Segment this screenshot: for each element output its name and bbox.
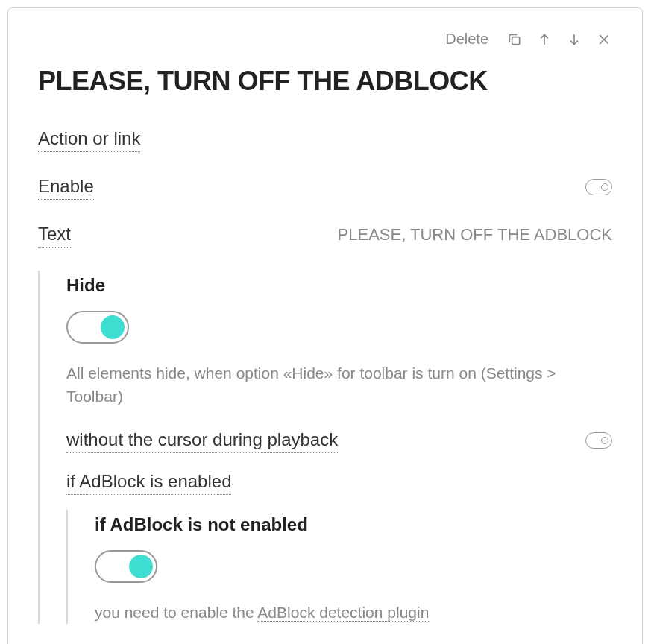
hide-section: Hide All elements hide, when option «Hid… <box>38 271 612 625</box>
enable-row: Enable <box>38 174 612 200</box>
arrow-up-icon[interactable] <box>536 31 553 48</box>
text-label[interactable]: Text <box>38 222 71 247</box>
if-adblock-label[interactable]: if AdBlock is enabled <box>66 470 231 495</box>
action-link-label[interactable]: Action or link <box>38 127 140 152</box>
adblock-plugin-link[interactable]: AdBlock detection plugin <box>257 604 429 622</box>
adblock-not-section: if AdBlock is not enabled you need to en… <box>66 510 612 625</box>
adblock-not-toggle[interactable] <box>95 550 157 583</box>
svg-rect-0 <box>512 37 520 44</box>
if-adblock-row: if AdBlock is enabled <box>66 470 612 495</box>
hide-heading: Hide <box>66 275 612 296</box>
adblock-not-description: you need to enable the AdBlock detection… <box>95 601 612 625</box>
without-cursor-label[interactable]: without the cursor during playback <box>66 428 338 453</box>
arrow-down-icon[interactable] <box>566 31 582 48</box>
without-cursor-toggle[interactable] <box>585 432 612 449</box>
settings-panel: Delete PLEASE, TURN OFF THE ADBLOCK Acti… <box>7 7 643 644</box>
text-value: PLEASE, TURN OFF THE ADBLOCK <box>338 225 612 244</box>
enable-toggle[interactable] <box>585 179 612 195</box>
panel-title: PLEASE, TURN OFF THE ADBLOCK <box>38 66 612 97</box>
close-icon[interactable] <box>596 31 612 48</box>
action-link-row: Action or link <box>38 127 612 152</box>
duplicate-icon[interactable] <box>506 31 523 48</box>
adblock-not-heading: if AdBlock is not enabled <box>95 514 612 535</box>
text-row: Text PLEASE, TURN OFF THE ADBLOCK <box>38 222 612 247</box>
without-cursor-row: without the cursor during playback <box>66 428 612 453</box>
hide-description: All elements hide, when option «Hide» fo… <box>66 362 612 408</box>
enable-label[interactable]: Enable <box>38 174 94 200</box>
delete-button[interactable]: Delete <box>445 31 488 48</box>
hide-toggle[interactable] <box>66 311 129 344</box>
panel-toolbar: Delete <box>38 31 612 48</box>
adblock-not-prefix: you need to enable the <box>95 604 257 621</box>
